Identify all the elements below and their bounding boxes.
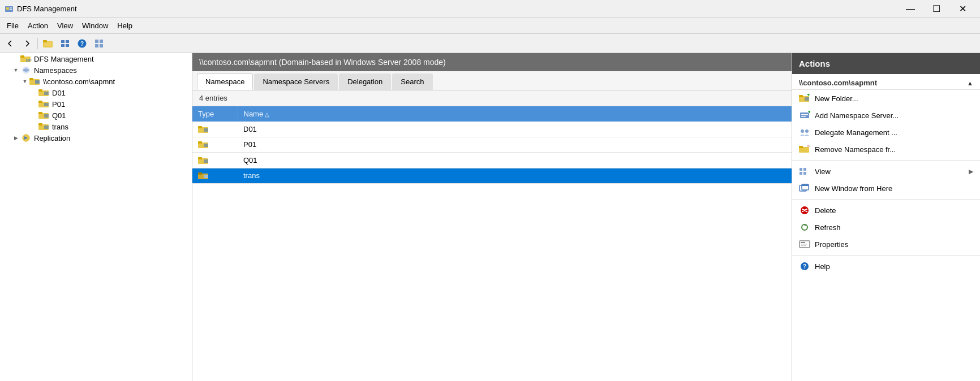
help-action-icon: ? (799, 261, 810, 272)
svg-text:?: ? (80, 41, 84, 47)
new-folder-label: New Folder... (815, 94, 858, 103)
tab-namespace-servers[interactable]: Namespace Servers (254, 73, 338, 90)
maximize-button[interactable]: ☐ (923, 0, 949, 18)
table-row[interactable]: D01 (192, 122, 792, 137)
sidebar-item-p01[interactable]: P01 (0, 98, 192, 110)
detail-button[interactable] (91, 36, 107, 51)
sidebar-item-q01[interactable]: Q01 (0, 110, 192, 121)
svg-point-58 (805, 129, 809, 133)
entries-bar: 4 entries (192, 90, 792, 106)
name-cell: Q01 (238, 153, 792, 168)
col-type: Type (192, 106, 238, 122)
action-view[interactable]: View ▶ (792, 163, 980, 180)
svg-rect-31 (38, 112, 42, 114)
back-button[interactable] (2, 36, 18, 51)
tab-search[interactable]: Search (392, 73, 432, 90)
action-remove-namespace[interactable]: − Remove Namespace fr... (792, 141, 980, 158)
svg-rect-41 (198, 141, 202, 144)
minimize-button[interactable]: — (897, 0, 923, 18)
svg-rect-60 (799, 146, 803, 148)
action-delete[interactable]: Delete (792, 202, 980, 219)
action-help[interactable]: ? Help (792, 258, 980, 275)
svg-rect-50 (799, 95, 803, 97)
d01-icon (38, 88, 50, 97)
replication-label: Replication (34, 134, 70, 142)
svg-rect-74 (801, 245, 806, 246)
replication-expand[interactable]: ▶ (11, 135, 20, 141)
svg-rect-47 (198, 172, 202, 175)
svg-rect-35 (44, 125, 49, 129)
p01-icon (38, 99, 50, 109)
svg-rect-34 (38, 123, 42, 125)
view-icon (799, 166, 810, 177)
svg-rect-65 (803, 172, 806, 175)
close-button[interactable]: ✕ (949, 0, 975, 18)
namespace-expand[interactable]: ▼ (20, 79, 29, 84)
toolbar-separator-1 (37, 38, 38, 49)
add-namespace-server-icon: + (799, 110, 810, 121)
svg-text:−: − (807, 145, 810, 149)
properties-icon (799, 239, 810, 250)
collapse-button[interactable]: ▲ (967, 80, 973, 86)
forward-icon (23, 39, 32, 48)
action-delegate-management[interactable]: Delegate Management ... (792, 124, 980, 141)
sidebar-item-trans[interactable]: trans (0, 121, 192, 132)
action-properties[interactable]: Properties (792, 236, 980, 253)
nav-icon (61, 39, 70, 48)
window-controls: — ☐ ✕ (897, 0, 975, 18)
sidebar-item-d01[interactable]: D01 (0, 87, 192, 98)
action-add-namespace-server[interactable]: + Add Namespace Server... (792, 107, 980, 124)
svg-rect-26 (44, 92, 49, 95)
svg-text:DFS: DFS (26, 58, 32, 62)
delete-icon (799, 205, 810, 216)
new-folder-icon: + (799, 93, 810, 104)
action-new-folder[interactable]: + New Folder... (792, 90, 980, 107)
table-row[interactable]: P01 (192, 137, 792, 153)
trans-label: trans (52, 123, 68, 131)
menu-action[interactable]: Action (23, 18, 53, 33)
svg-rect-29 (44, 103, 49, 106)
action-refresh[interactable]: Refresh (792, 219, 980, 236)
content-area: \\contoso.com\sapmnt (Domain-based in Wi… (192, 53, 792, 381)
menu-window[interactable]: Window (78, 18, 113, 33)
tab-delegation[interactable]: Delegation (339, 73, 391, 90)
menu-view[interactable]: View (53, 18, 78, 33)
sidebar-item-namespaces[interactable]: ▼ Namespaces (0, 64, 192, 76)
trans-icon (38, 122, 50, 131)
app-icon (5, 5, 14, 14)
refresh-icon (799, 222, 810, 233)
sidebar-item-namespace-path[interactable]: ▼ \\contoso.com\sapmnt (0, 76, 192, 87)
action-new-window[interactable]: New Window from Here (792, 180, 980, 197)
svg-rect-8 (66, 40, 69, 43)
actions-header-label: Actions (799, 59, 830, 68)
remove-namespace-icon: − (799, 144, 810, 155)
separator-1 (792, 160, 980, 161)
svg-rect-1 (6, 7, 9, 10)
namespace-path-label: \\contoso.com\sapmnt (43, 77, 115, 86)
separator-2 (792, 199, 980, 200)
forward-button[interactable] (19, 36, 35, 51)
menu-file[interactable]: File (2, 18, 23, 33)
actions-panel: Actions \\contoso.com\sapmnt ▲ + New Fol… (792, 53, 980, 381)
namespaces-icon (20, 66, 32, 75)
menu-help[interactable]: Help (113, 18, 137, 33)
q01-label: Q01 (52, 111, 66, 120)
name-cell: D01 (238, 122, 792, 137)
tab-namespace[interactable]: Namespace (197, 73, 253, 90)
title-bar: DFS Management — ☐ ✕ (0, 0, 980, 18)
namespaces-expand[interactable]: ▼ (11, 67, 20, 73)
sidebar-item-replication[interactable]: ▶ Replication (0, 132, 192, 144)
view-label: View (815, 167, 831, 176)
svg-rect-5 (43, 40, 47, 42)
help-toolbar-button[interactable]: ? (74, 36, 90, 51)
table-row-selected[interactable]: trans (192, 168, 792, 184)
entries-count: 4 entries (199, 94, 227, 102)
sidebar-item-dfs-management[interactable]: DFS DFS Management (0, 53, 192, 64)
table-row[interactable]: Q01 (192, 153, 792, 168)
type-cell (192, 137, 238, 153)
nav-button[interactable] (57, 36, 73, 51)
svg-rect-45 (204, 159, 208, 163)
delegate-management-icon (799, 127, 810, 138)
svg-rect-22 (29, 78, 33, 80)
folder-button[interactable] (40, 36, 56, 51)
